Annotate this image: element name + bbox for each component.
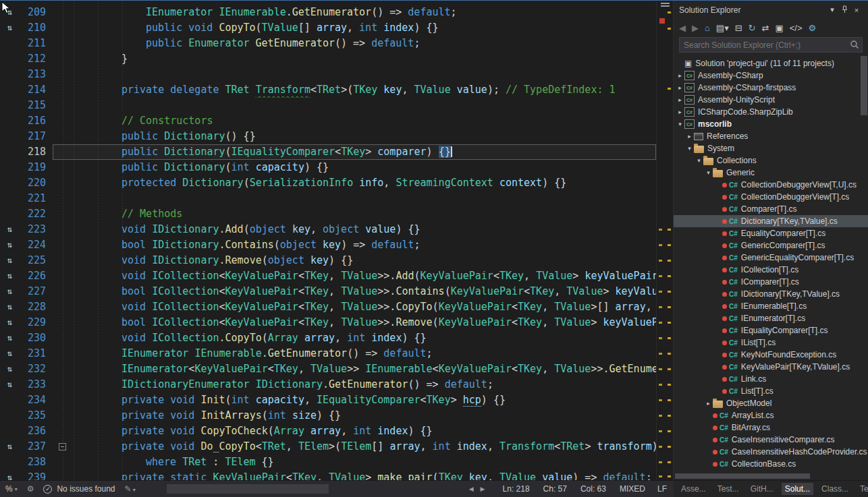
- tree-item-system[interactable]: ▾System: [674, 142, 868, 154]
- tree-item-ienumerator-t-cs[interactable]: C#IEnumerator[T].cs: [674, 312, 868, 324]
- fold-collapse-button[interactable]: −: [59, 443, 66, 450]
- tree-item-keynotfoundexception-cs[interactable]: C#KeyNotFoundException.cs: [674, 349, 868, 361]
- tree-item-objectmodel[interactable]: ▸ObjectModel: [674, 397, 868, 409]
- tree-item-collectiondebuggerview-t-cs[interactable]: C#CollectionDebuggerView[T].cs: [674, 191, 868, 203]
- code-line-234[interactable]: 234private void Init(int capacity, IEqua…: [0, 392, 673, 408]
- code-text[interactable]: private void Do_CopyTo<TRet, TElem>(TEle…: [73, 439, 656, 455]
- tree-item-icsharpcode-sharpziplib[interactable]: ▸C#ICSharpCode.SharpZipLib: [674, 106, 868, 118]
- tree-item-caseinsensitivehashcodeprovider-cs[interactable]: C#CaseInsensitiveHashCodeProvider.cs: [674, 446, 868, 458]
- code-text[interactable]: public Dictionary() {}: [73, 129, 656, 144]
- code-text[interactable]: IEnumerator IEnumerable.GetEnumerator() …: [73, 5, 656, 20]
- code-line-232[interactable]: ⇅232IEnumerator<KeyValuePair<TKey, TValu…: [0, 361, 673, 377]
- line-number[interactable]: 211: [19, 36, 53, 51]
- tree-item-equalitycomparer-t-cs[interactable]: C#EqualityComparer[T].cs: [674, 227, 868, 239]
- back-icon[interactable]: ◀: [679, 23, 686, 33]
- code-text[interactable]: void ICollection<KeyValuePair<TKey, TVal…: [73, 268, 656, 284]
- pencil-icon[interactable]: ✎ ▾: [125, 484, 136, 494]
- line-number[interactable]: 231: [19, 346, 53, 361]
- code-text[interactable]: [73, 67, 656, 82]
- override-indicator-icon[interactable]: ⇅: [7, 287, 11, 296]
- override-indicator-icon[interactable]: ⇅: [7, 225, 11, 234]
- tree-item-list-t-cs[interactable]: C#List[T].cs: [674, 385, 868, 397]
- tree-item-link-cs[interactable]: C#Link.cs: [674, 373, 868, 385]
- code-text[interactable]: }: [73, 51, 656, 67]
- tree-item-solution-project-gui-11-of-11-projects[interactable]: ▣Solution 'project-gui' (11 of 11 projec…: [674, 57, 868, 69]
- override-indicator-icon[interactable]: ⇅: [7, 349, 11, 358]
- code-text[interactable]: // Constructors: [73, 113, 656, 129]
- code-text[interactable]: private delegate TRet Transform<TRet>(TK…: [73, 82, 656, 98]
- search-input[interactable]: [679, 37, 863, 53]
- line-number[interactable]: 209: [19, 5, 53, 20]
- override-indicator-icon[interactable]: ⇅: [7, 333, 11, 343]
- line-number[interactable]: 221: [19, 191, 53, 206]
- tree-item-mscorlib[interactable]: ▾C#mscorlib: [674, 118, 868, 130]
- chevron-expanded-icon[interactable]: ▾: [695, 157, 703, 164]
- scrollbar-thumb[interactable]: [675, 473, 810, 479]
- tree-item-bitarray-cs[interactable]: C#BitArray.cs: [674, 421, 868, 434]
- solution-explorer-vertical-scrollbar[interactable]: [861, 56, 867, 115]
- override-indicator-icon[interactable]: ⇅: [7, 23, 11, 32]
- editor-horizontal-scrollbar[interactable]: [146, 481, 462, 497]
- line-number[interactable]: 210: [19, 20, 53, 36]
- forward-icon[interactable]: ▶: [692, 23, 699, 33]
- override-indicator-icon[interactable]: ⇅: [7, 256, 11, 265]
- tool-window-tab-tea[interactable]: Tea...: [857, 483, 868, 495]
- code-text[interactable]: private void CopyToCheck(Array array, in…: [73, 423, 656, 439]
- tree-item-iequalitycomparer-t-cs[interactable]: C#IEqualityComparer[T].cs: [674, 324, 868, 337]
- tree-item-collectiondebuggerview-t-u-cs[interactable]: C#CollectionDebuggerView[T,U].cs: [674, 179, 868, 191]
- line-number[interactable]: 212: [19, 51, 53, 67]
- encoding-indicator[interactable]: MIXED: [620, 484, 645, 494]
- code-text[interactable]: void IDictionary.Remove(object key) {}: [73, 253, 656, 268]
- line-number[interactable]: 236: [19, 423, 53, 439]
- code-text[interactable]: public void CopyTo(TValue[] array, int i…: [73, 20, 656, 36]
- code-text[interactable]: void IDictionary.Add(object key, object …: [73, 222, 656, 237]
- line-indicator[interactable]: Ln: 218: [503, 484, 530, 494]
- chevron-expanded-icon[interactable]: ▾: [685, 145, 694, 152]
- window-menu-icon[interactable]: ▾: [826, 5, 838, 14]
- code-text[interactable]: bool IDictionary.Contains(object key) =>…: [73, 237, 656, 253]
- tree-item-assembly-csharp-firstpass[interactable]: ▸C#Assembly-CSharp-firstpass: [674, 82, 868, 94]
- line-number[interactable]: 239: [19, 470, 53, 480]
- line-number[interactable]: 225: [19, 253, 53, 268]
- scroll-left-icon[interactable]: ◀: [469, 486, 474, 492]
- override-indicator-icon[interactable]: ⇅: [7, 271, 11, 281]
- code-text[interactable]: where TRet : TElem {}: [73, 455, 656, 470]
- code-line-213[interactable]: 213: [0, 67, 673, 82]
- scroll-right-icon[interactable]: ▶: [481, 486, 485, 492]
- code-editor[interactable]: ⇅209IEnumerator IEnumerable.GetEnumerato…: [0, 1, 674, 480]
- line-number[interactable]: 237: [19, 439, 53, 455]
- tree-item-genericequalitycomparer-t-cs[interactable]: C#GenericEqualityComparer[T].cs: [674, 252, 868, 264]
- code-text[interactable]: void ICollection<KeyValuePair<TKey, TVal…: [73, 299, 656, 315]
- line-number[interactable]: 232: [19, 361, 53, 377]
- editor-vertical-scrollbar[interactable]: [656, 1, 673, 480]
- code-text[interactable]: bool ICollection<KeyValuePair<TKey, TVal…: [73, 284, 656, 299]
- line-number[interactable]: 227: [19, 284, 53, 299]
- line-number[interactable]: 233: [19, 377, 53, 392]
- tool-window-tab-class[interactable]: Class...: [818, 483, 852, 495]
- code-line-226[interactable]: ⇅226void ICollection<KeyValuePair<TKey, …: [0, 268, 673, 284]
- line-number[interactable]: 213: [19, 67, 53, 82]
- tree-item-arraylist-cs[interactable]: C#ArrayList.cs: [674, 409, 868, 421]
- chevron-expanded-icon[interactable]: ▾: [704, 169, 713, 176]
- code-line-219[interactable]: 219public Dictionary(int capacity) {}: [0, 160, 673, 175]
- code-text[interactable]: public Enumerator GetEnumerator() => def…: [73, 36, 656, 51]
- home-icon[interactable]: ⌂: [705, 23, 710, 33]
- tree-item-assembly-csharp[interactable]: ▸C#Assembly-CSharp: [674, 69, 868, 82]
- line-number[interactable]: 234: [19, 392, 53, 408]
- code-text[interactable]: IEnumerator IEnumerable.GetEnumerator() …: [73, 346, 656, 361]
- collapse-all-icon[interactable]: ⊟: [735, 23, 742, 33]
- code-text[interactable]: private void InitArrays(int size) {}: [73, 408, 656, 423]
- tools-icon[interactable]: ⚙: [27, 484, 34, 494]
- split-window-handle-icon[interactable]: [661, 3, 670, 8]
- tree-item-genericcomparer-t-cs[interactable]: C#GenericComparer[T].cs: [674, 239, 868, 252]
- code-text[interactable]: IDictionaryEnumerator IDictionary.GetEnu…: [73, 377, 656, 392]
- chevron-collapsed-icon[interactable]: ▸: [676, 96, 684, 103]
- zoom-control[interactable]: % ▾: [5, 484, 18, 494]
- tree-item-assembly-unityscript[interactable]: ▸C#Assembly-UnityScript: [674, 94, 868, 106]
- code-line-237[interactable]: ⇅237−private void Do_CopyTo<TRet, TElem>…: [0, 439, 673, 455]
- line-number[interactable]: 229: [19, 315, 53, 330]
- code-text[interactable]: protected Dictionary(SerializationInfo i…: [73, 175, 656, 191]
- solution-explorer-horizontal-scrollbar[interactable]: [674, 472, 868, 480]
- line-number[interactable]: 228: [19, 299, 53, 315]
- code-line-223[interactable]: ⇅223void IDictionary.Add(object key, obj…: [0, 222, 673, 237]
